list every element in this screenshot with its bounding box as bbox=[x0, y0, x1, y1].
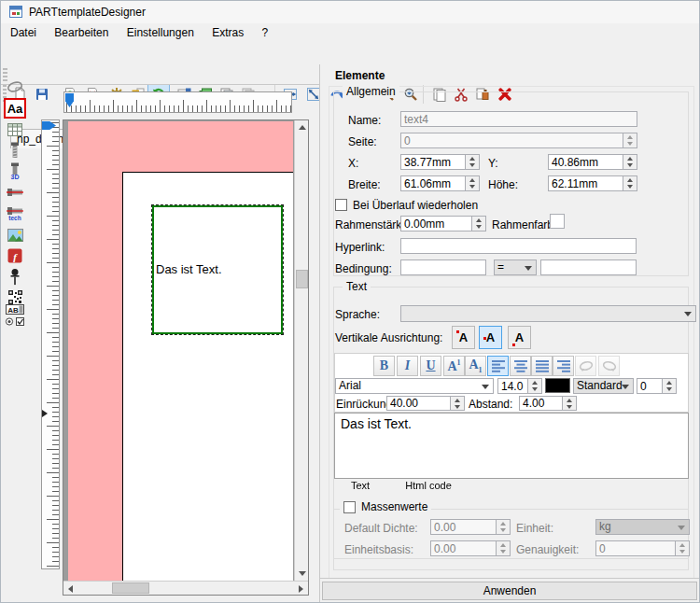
x-input[interactable] bbox=[400, 154, 466, 170]
x-spinner[interactable] bbox=[466, 154, 480, 170]
basis-label: Einheitsbasis: bbox=[344, 543, 413, 556]
tab-html-code[interactable]: Html code bbox=[387, 479, 469, 494]
align-left-button[interactable] bbox=[487, 356, 509, 376]
font-family-combo[interactable]: Arial bbox=[335, 378, 494, 394]
menu-bar: Datei Bearbeiten Einstellungen Extras ? bbox=[1, 23, 700, 42]
basis-spinner[interactable] bbox=[497, 540, 511, 556]
breite-input[interactable] bbox=[400, 175, 466, 191]
bedingung-input-1[interactable] bbox=[400, 259, 486, 275]
valign-middle-dot-icon bbox=[483, 337, 486, 340]
valign-bottom-button[interactable]: A bbox=[508, 326, 531, 349]
text-content-editor[interactable]: Das ist Text. bbox=[334, 413, 689, 479]
ruler-position-marker bbox=[42, 410, 48, 417]
font-style-combo[interactable]: Standard bbox=[573, 378, 634, 394]
horizontal-scroll-thumb[interactable] bbox=[112, 582, 149, 594]
flash-tool-button[interactable]: f bbox=[4, 246, 26, 265]
overflow-checkbox[interactable] bbox=[335, 199, 347, 211]
valign-middle-button[interactable]: A bbox=[479, 326, 502, 349]
dichte-input[interactable] bbox=[430, 519, 497, 535]
einrueckung-input[interactable] bbox=[386, 396, 451, 411]
tab-text-label: Text bbox=[351, 480, 370, 491]
bedingung-operator-combo[interactable]: = bbox=[494, 259, 537, 275]
canvas-horizontal-scrollbar[interactable] bbox=[63, 581, 308, 595]
bolt-tech-tool-button[interactable]: tech bbox=[4, 204, 26, 223]
italic-button[interactable]: I bbox=[397, 356, 418, 376]
align-right-button[interactable] bbox=[553, 356, 574, 376]
einheit-combo[interactable]: kg bbox=[595, 519, 690, 535]
rotate-left-button[interactable] bbox=[575, 356, 596, 376]
table-tool-button[interactable] bbox=[4, 120, 26, 139]
name-input[interactable] bbox=[400, 111, 637, 127]
menu-bearbeiten[interactable]: Bearbeiten bbox=[47, 23, 116, 42]
dichte-spinner[interactable] bbox=[497, 519, 511, 535]
font-size-input[interactable] bbox=[497, 378, 528, 394]
screw-tool-button[interactable] bbox=[4, 141, 26, 160]
subscript-button[interactable]: A1 bbox=[465, 356, 486, 376]
bedingung-input-2[interactable] bbox=[540, 259, 637, 275]
rahmenfarbe-swatch[interactable] bbox=[550, 214, 565, 229]
scroll-left-icon[interactable] bbox=[63, 582, 77, 596]
einrueckung-spinner[interactable] bbox=[451, 396, 465, 411]
selected-textbox[interactable]: Das ist Text. bbox=[152, 205, 283, 334]
pin-tool-button[interactable] bbox=[4, 267, 26, 286]
y-spinner[interactable] bbox=[623, 154, 637, 170]
apply-button-label: Anwenden bbox=[483, 584, 537, 597]
menu-einstellungen[interactable]: Einstellungen bbox=[119, 23, 202, 42]
text-field-tool-button[interactable]: AB bbox=[4, 303, 26, 316]
screw-3d-tool-button[interactable]: 3D bbox=[4, 161, 26, 180]
textbox-text: Das ist Text. bbox=[154, 263, 222, 276]
ellipse-tool-button[interactable] bbox=[4, 77, 26, 96]
rotate-right-icon bbox=[602, 360, 617, 372]
vertical-ruler bbox=[41, 119, 60, 569]
seite-input[interactable] bbox=[400, 133, 623, 148]
rahmenstaerke-spinner[interactable] bbox=[472, 216, 486, 231]
menu-extras[interactable]: Extras bbox=[204, 23, 251, 42]
name-label: Name: bbox=[348, 114, 381, 127]
font-color-swatch[interactable] bbox=[545, 378, 570, 393]
form-controls-icon bbox=[5, 316, 25, 327]
text-tool-button[interactable]: Aa bbox=[4, 98, 26, 119]
scroll-down-icon[interactable] bbox=[295, 567, 309, 581]
abstand-spinner[interactable] bbox=[563, 396, 577, 411]
massenwerte-groupbox bbox=[333, 509, 689, 570]
superscript-button[interactable]: A1 bbox=[443, 356, 465, 376]
font-extra-input[interactable] bbox=[637, 378, 663, 394]
align-justify-button[interactable] bbox=[531, 356, 553, 376]
vertical-scroll-thumb[interactable] bbox=[296, 270, 308, 288]
basis-input[interactable] bbox=[430, 540, 497, 556]
hoehe-spinner[interactable] bbox=[623, 175, 637, 191]
flash-icon: f bbox=[7, 248, 22, 263]
font-size-spinner[interactable] bbox=[528, 378, 542, 394]
abstand-input[interactable] bbox=[519, 396, 563, 411]
canvas-viewport[interactable]: Das ist Text. bbox=[63, 119, 309, 596]
font-extra-spinner[interactable] bbox=[663, 378, 677, 394]
massenwerte-checkbox[interactable] bbox=[343, 501, 356, 513]
bold-button[interactable]: B bbox=[373, 356, 395, 376]
menu-datei[interactable]: Datei bbox=[3, 23, 44, 42]
seite-spinner[interactable] bbox=[623, 133, 637, 148]
svg-text:AB: AB bbox=[7, 306, 19, 315]
underline-button[interactable]: U bbox=[420, 356, 441, 376]
align-center-button[interactable] bbox=[510, 356, 531, 376]
rotate-right-button[interactable] bbox=[598, 356, 620, 376]
hyperlink-input[interactable] bbox=[400, 238, 637, 254]
rahmenstaerke-input[interactable] bbox=[400, 216, 472, 231]
form-controls-tool-button[interactable] bbox=[4, 316, 26, 328]
hoehe-input[interactable] bbox=[548, 175, 623, 191]
bolt-dimension-tool-button[interactable] bbox=[4, 183, 26, 202]
genauigkeit-input[interactable] bbox=[595, 540, 676, 556]
apply-button[interactable]: Anwenden bbox=[322, 582, 697, 600]
tab-text[interactable]: Text bbox=[338, 479, 383, 494]
sprache-combo[interactable] bbox=[400, 305, 696, 322]
canvas-vertical-scrollbar[interactable] bbox=[294, 120, 308, 581]
image-tool-button[interactable] bbox=[4, 226, 26, 245]
valign-top-button[interactable]: A bbox=[452, 326, 475, 349]
bolt-dimension-icon bbox=[7, 186, 23, 199]
scroll-right-icon[interactable] bbox=[294, 582, 308, 596]
align-left-icon bbox=[492, 360, 505, 372]
genauigkeit-spinner[interactable] bbox=[676, 540, 690, 556]
scroll-up-icon[interactable] bbox=[295, 120, 309, 134]
menu-help[interactable]: ? bbox=[255, 23, 276, 42]
breite-spinner[interactable] bbox=[466, 175, 480, 191]
y-input[interactable] bbox=[548, 154, 623, 170]
